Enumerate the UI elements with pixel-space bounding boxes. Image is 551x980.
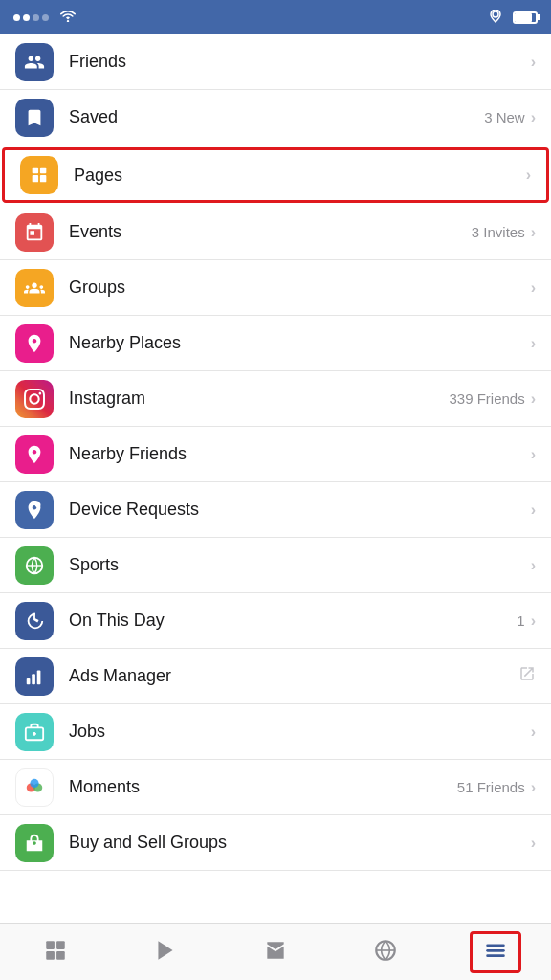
svg-rect-25	[487, 948, 506, 951]
moments-icon	[15, 768, 54, 807]
nav-item-marketplace[interactable]	[250, 931, 301, 973]
saved-label: Saved	[69, 107, 484, 127]
nav-item-video[interactable]	[140, 931, 191, 973]
menu-item-pages[interactable]: Pages ›	[2, 147, 549, 203]
buy-sell-icon	[15, 824, 54, 862]
on-this-day-chevron: ›	[531, 612, 536, 630]
svg-rect-18	[46, 951, 55, 960]
menu-item-groups[interactable]: Groups ›	[0, 260, 551, 316]
menu-item-buy-sell[interactable]: Buy and Sell Groups ›	[0, 815, 551, 871]
menu-item-friends[interactable]: Friends ›	[0, 34, 551, 90]
events-label: Events	[69, 222, 472, 242]
nav-item-globe[interactable]	[360, 931, 411, 973]
svg-point-1	[493, 11, 498, 17]
svg-point-0	[67, 20, 69, 22]
friends-label: Friends	[69, 52, 531, 72]
events-meta: 3 Invites	[472, 224, 525, 240]
instagram-chevron: ›	[531, 390, 536, 408]
jobs-label: Jobs	[69, 722, 531, 742]
jobs-chevron: ›	[531, 724, 536, 741]
dot2	[23, 14, 30, 21]
device-requests-label: Device Requests	[69, 500, 531, 520]
saved-chevron: ›	[531, 109, 536, 126]
status-left	[13, 11, 76, 25]
ads-manager-icon	[15, 657, 54, 696]
nearby-friends-label: Nearby Friends	[69, 444, 531, 464]
on-this-day-label: On This Day	[69, 611, 517, 631]
svg-rect-2	[33, 168, 38, 174]
groups-icon	[15, 269, 54, 307]
menu-item-on-this-day[interactable]: On This Day 1›	[0, 593, 551, 649]
instagram-label: Instagram	[69, 389, 449, 409]
menu-item-nearby-places[interactable]: Nearby Places ›	[0, 316, 551, 371]
instagram-meta: 339 Friends	[449, 390, 524, 407]
battery-fill	[515, 13, 532, 22]
nearby-places-chevron: ›	[531, 335, 536, 352]
wifi-icon	[60, 11, 76, 25]
moments-meta: 51 Friends	[457, 779, 525, 795]
menu-item-ads-manager[interactable]: Ads Manager	[0, 649, 551, 704]
svg-rect-17	[46, 941, 55, 949]
video-icon	[153, 938, 178, 967]
nearby-places-label: Nearby Places	[69, 333, 531, 353]
bottom-nav	[0, 923, 551, 980]
status-bar	[0, 0, 551, 34]
menu-item-jobs[interactable]: Jobs ›	[0, 704, 551, 760]
menu-list: Friends › Saved 3 New› Pages › Events 3 …	[0, 34, 551, 923]
saved-meta: 3 New	[484, 109, 525, 125]
marketplace-icon	[263, 938, 288, 967]
svg-rect-26	[487, 954, 506, 957]
menu-item-sports[interactable]: Sports ›	[0, 538, 551, 593]
menu-item-instagram[interactable]: Instagram 339 Friends›	[0, 371, 551, 427]
svg-rect-8	[27, 677, 31, 683]
pages-icon	[20, 156, 58, 194]
dot3	[33, 14, 39, 21]
svg-rect-9	[32, 674, 35, 684]
svg-rect-19	[56, 941, 65, 949]
menu-item-moments[interactable]: Moments 51 Friends›	[0, 760, 551, 815]
jobs-icon	[15, 713, 54, 751]
device-requests-chevron: ›	[531, 501, 536, 519]
friends-icon	[15, 43, 54, 81]
nearby-places-icon	[15, 324, 54, 363]
location-icon	[490, 10, 501, 26]
svg-rect-3	[40, 168, 46, 174]
menu-item-events[interactable]: Events 3 Invites›	[0, 205, 551, 260]
groups-chevron: ›	[531, 279, 536, 297]
menu-icon	[483, 938, 508, 967]
status-right	[490, 10, 538, 26]
on-this-day-meta: 1	[517, 612, 524, 629]
pages-label: Pages	[74, 166, 526, 186]
ads-manager-external-icon	[518, 665, 536, 687]
moments-chevron: ›	[531, 779, 536, 796]
svg-rect-4	[33, 175, 38, 182]
menu-item-device-requests[interactable]: Device Requests ›	[0, 482, 551, 538]
menu-item-saved[interactable]: Saved 3 New›	[0, 90, 551, 145]
battery-icon	[513, 11, 538, 24]
svg-rect-10	[37, 670, 41, 684]
pages-chevron: ›	[526, 167, 531, 184]
device-requests-icon	[15, 491, 54, 529]
events-chevron: ›	[531, 224, 536, 241]
svg-rect-24	[487, 944, 506, 947]
sports-chevron: ›	[531, 557, 536, 574]
friends-chevron: ›	[531, 54, 536, 71]
dot1	[13, 14, 20, 21]
news-feed-icon	[43, 938, 68, 967]
svg-marker-21	[158, 941, 172, 960]
groups-label: Groups	[69, 278, 531, 298]
nearby-friends-icon	[15, 435, 54, 474]
events-icon	[15, 213, 54, 252]
menu-item-nearby-friends[interactable]: Nearby Friends ›	[0, 427, 551, 482]
signal-dots	[13, 14, 49, 21]
dot4	[42, 14, 49, 21]
on-this-day-icon	[15, 602, 54, 640]
ads-manager-label: Ads Manager	[69, 666, 518, 686]
globe-icon	[373, 938, 398, 967]
saved-icon	[15, 99, 54, 137]
moments-label: Moments	[69, 777, 457, 797]
nav-item-news-feed[interactable]	[30, 931, 81, 973]
sports-label: Sports	[69, 555, 531, 575]
sports-icon	[15, 546, 54, 585]
nav-item-menu[interactable]	[470, 931, 521, 973]
